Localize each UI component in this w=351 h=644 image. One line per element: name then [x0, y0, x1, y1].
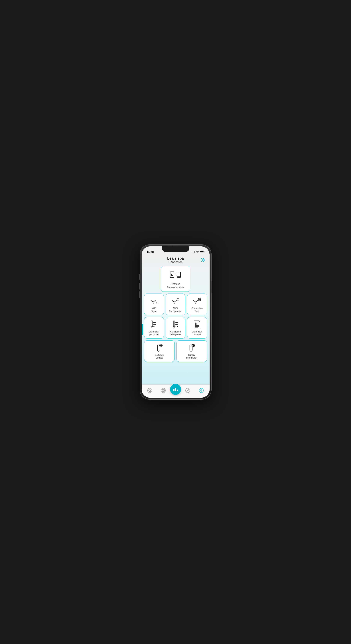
- bluetooth-icon: [200, 257, 206, 263]
- spa-name: Lea's spa: [167, 256, 184, 260]
- app-header: Lea's spa Charleston: [142, 254, 210, 265]
- calibration-orp-label: Calibration ORP probe: [170, 330, 181, 336]
- phone-frame: 11:48: [140, 244, 211, 400]
- tab-bar: [142, 384, 210, 398]
- tab-home[interactable]: [143, 388, 157, 394]
- svg-point-67: [186, 388, 190, 393]
- retrieve-icon: [169, 270, 182, 280]
- svg-rect-2: [171, 274, 172, 276]
- wifi-config-icon: [170, 296, 181, 305]
- svg-point-69: [201, 391, 202, 392]
- messages-icon: [161, 388, 166, 393]
- svg-rect-48: [198, 322, 198, 325]
- signal-icon: [192, 250, 195, 253]
- wifi-signal-label: WiFi Signal: [151, 307, 157, 313]
- svg-rect-64: [173, 389, 174, 392]
- svg-rect-61: [162, 390, 165, 392]
- svg-rect-0: [170, 272, 174, 278]
- phone-screen: 11:48: [142, 246, 210, 398]
- svg-point-9: [153, 303, 154, 304]
- svg-rect-10: [156, 302, 157, 304]
- calibration-manual-label: Calibration Manual: [192, 330, 202, 336]
- wifi-config-label: WiFi Configuration: [169, 307, 182, 313]
- tab-analytics[interactable]: [181, 388, 195, 394]
- svg-point-50: [159, 344, 163, 347]
- svg-line-22: [179, 298, 179, 299]
- calibration-orp-icon: [170, 320, 181, 328]
- svg-point-31: [154, 322, 155, 323]
- tab-remote[interactable]: [194, 388, 208, 394]
- svg-rect-55: [192, 345, 193, 346]
- svg-rect-47: [197, 323, 197, 325]
- center-tab-icon: [172, 386, 179, 392]
- battery-info-card[interactable]: Battery Information: [177, 340, 207, 362]
- connection-test-card[interactable]: Connection Test: [187, 294, 207, 315]
- retrieve-measurements-card[interactable]: Retrieve Measurements: [161, 266, 190, 292]
- screen-content: Lea's spa Charleston: [142, 254, 210, 398]
- svg-point-15: [178, 299, 178, 300]
- svg-rect-66: [177, 390, 178, 392]
- spa-location: Charleston: [167, 260, 184, 264]
- software-update-icon: [154, 343, 165, 352]
- analytics-icon: [185, 388, 190, 393]
- status-icons: [192, 250, 204, 253]
- wifi-signal-icon: [149, 296, 159, 305]
- wifi-status-icon: [196, 250, 199, 253]
- header-title-block: Lea's spa Charleston: [167, 256, 184, 264]
- svg-rect-12: [158, 300, 158, 304]
- battery-info-label: Battery Information: [186, 354, 197, 360]
- calibration-manual-icon: [192, 320, 202, 328]
- connection-test-icon: [192, 296, 202, 305]
- svg-point-24: [195, 303, 196, 304]
- retrieve-row: Retrieve Measurements: [144, 266, 207, 292]
- status-time: 11:48: [147, 250, 154, 253]
- battery-icon: [200, 250, 204, 253]
- calibration-manual-card[interactable]: Calibration Manual: [187, 317, 207, 338]
- row1-grid: WiFi Signal: [144, 294, 207, 315]
- svg-point-13: [174, 303, 175, 304]
- row2-grid: Calibration pH probe: [144, 317, 207, 338]
- svg-point-60: [161, 388, 165, 393]
- home-icon: [147, 388, 152, 393]
- calibration-orp-card[interactable]: Calibration ORP probe: [166, 317, 185, 338]
- svg-point-40: [176, 324, 177, 325]
- svg-rect-46: [195, 322, 196, 325]
- row3-grid: Software Update: [144, 340, 207, 362]
- tab-center[interactable]: [170, 384, 181, 395]
- retrieve-label: Retrieve Measurements: [167, 282, 184, 289]
- notch: [162, 246, 189, 252]
- wifi-signal-card[interactable]: WiFi Signal: [144, 294, 164, 315]
- scroll-indicator: [142, 324, 143, 335]
- software-update-card[interactable]: Software Update: [144, 340, 175, 362]
- bluetooth-button[interactable]: [199, 256, 207, 264]
- svg-rect-7: [178, 272, 179, 273]
- svg-rect-54: [194, 345, 194, 346]
- calibration-ph-label: Calibration pH probe: [149, 330, 159, 336]
- calibration-ph-card[interactable]: Calibration pH probe: [144, 317, 164, 338]
- svg-rect-11: [157, 301, 157, 304]
- remote-icon: [199, 388, 204, 393]
- svg-rect-65: [175, 388, 176, 392]
- svg-point-35: [153, 326, 154, 327]
- svg-point-68: [199, 388, 203, 393]
- calibration-ph-icon: [149, 320, 159, 328]
- svg-point-38: [176, 322, 177, 323]
- svg-line-20: [177, 298, 177, 299]
- tab-messages[interactable]: [157, 388, 170, 394]
- svg-point-42: [177, 326, 178, 327]
- wifi-config-card[interactable]: WiFi Configuration: [166, 294, 185, 315]
- svg-point-58: [148, 388, 152, 393]
- software-update-label: Software Update: [155, 354, 164, 360]
- main-content: Retrieve Measurements: [142, 265, 210, 384]
- svg-rect-3: [172, 275, 173, 276]
- connection-test-label: Connection Test: [191, 307, 203, 313]
- svg-point-33: [154, 324, 156, 325]
- battery-info-icon: [187, 343, 197, 352]
